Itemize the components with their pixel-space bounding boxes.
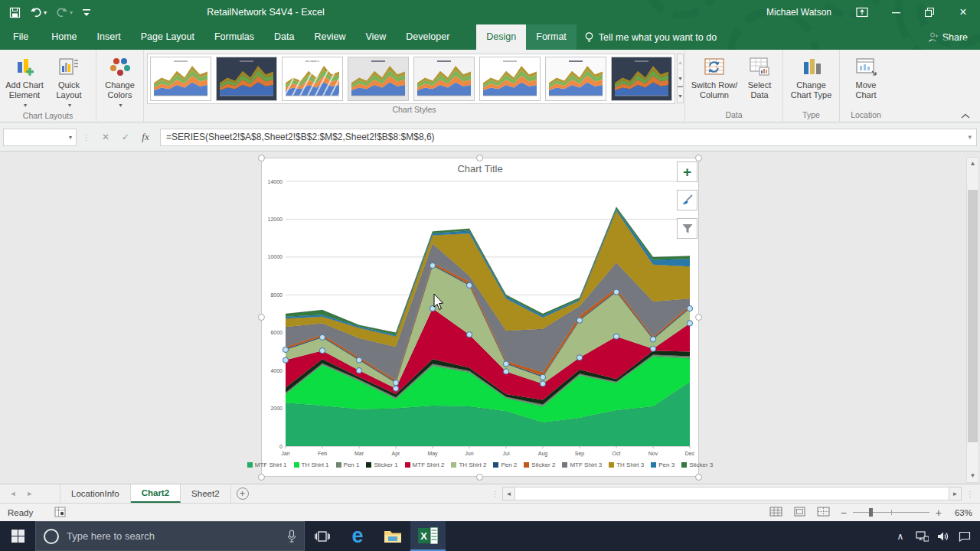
data-point-handle[interactable] — [540, 381, 545, 386]
tell-me-box[interactable]: Tell me what you want to do — [584, 24, 717, 50]
enter-button[interactable]: ✓ — [116, 132, 136, 142]
data-point-handle[interactable] — [356, 357, 361, 363]
selection-handle[interactable] — [476, 474, 483, 481]
chart-style-thumbnail-7[interactable] — [545, 57, 606, 101]
cancel-button[interactable]: ✕ — [96, 132, 116, 142]
change-chart-type-button[interactable]: Change Chart Type — [786, 53, 837, 100]
name-box[interactable]: ▾ — [3, 129, 77, 146]
scroll-up-icon[interactable]: ▲ — [967, 158, 978, 170]
ribbon-tab-home[interactable]: Home — [41, 24, 87, 50]
chart-style-thumbnail-5[interactable] — [413, 57, 475, 101]
share-button[interactable]: Share — [927, 24, 968, 50]
legend-item-pen-2[interactable]: Pen 2 — [493, 461, 517, 468]
move-chart-button[interactable]: Move Chart — [844, 53, 887, 100]
minimize-button[interactable] — [879, 0, 913, 24]
data-point-handle[interactable] — [503, 361, 508, 367]
legend-item-pen-1[interactable]: Pen 1 — [336, 461, 360, 468]
zoom-in-button[interactable]: + — [936, 507, 942, 519]
data-point-handle[interactable] — [356, 368, 361, 373]
data-point-handle[interactable] — [577, 318, 582, 323]
ribbon-tab-data[interactable]: Data — [264, 24, 304, 50]
chart-elements-button[interactable]: + — [677, 161, 697, 182]
network-icon[interactable] — [911, 521, 933, 551]
zoom-slider-thumb[interactable] — [869, 508, 873, 517]
zoom-out-button[interactable]: − — [841, 507, 847, 519]
formula-input[interactable]: =SERIES(Sheet2!$A$8,Sheet2!$B$2:$M$2,She… — [160, 129, 977, 146]
ribbon-tab-design[interactable]: Design — [476, 24, 526, 50]
scroll-right-icon[interactable]: ► — [949, 491, 961, 497]
undo-button[interactable]: ▾ — [27, 3, 50, 21]
edge-browser-button[interactable]: e — [340, 521, 375, 551]
data-point-handle[interactable] — [393, 380, 398, 386]
sheet-tab-locationinfo[interactable]: LocationInfo — [60, 484, 131, 503]
save-button[interactable] — [6, 3, 24, 21]
scrollbar-track[interactable] — [514, 487, 949, 500]
tab-splitter-handle[interactable]: ⋮ — [492, 484, 499, 503]
customize-quick-access-button[interactable] — [79, 3, 94, 21]
taskbar-search-box[interactable] — [35, 521, 305, 551]
legend-item-sticker-3[interactable]: Sticker 3 — [681, 461, 713, 468]
close-button[interactable]: × — [946, 0, 980, 24]
expand-formula-bar-icon[interactable]: ▾ — [968, 133, 976, 141]
data-point-handle[interactable] — [466, 282, 472, 288]
normal-view-button[interactable] — [769, 507, 782, 518]
add-chart-element-button[interactable]: Add Chart Element ▾ — [2, 53, 47, 110]
chart-legend[interactable]: MTF Shirt 1TH Shirt 1Pen 1Sticker 1MTF S… — [262, 461, 698, 468]
ribbon-display-options-button[interactable] — [845, 0, 879, 24]
chart-style-thumbnail-1[interactable] — [150, 57, 211, 101]
chart-object[interactable]: Chart Title 0200040006000800010000120001… — [261, 158, 699, 477]
redo-button[interactable]: ▾ — [53, 3, 76, 21]
legend-item-pen-3[interactable]: Pen 3 — [651, 461, 675, 468]
selection-handle[interactable] — [476, 155, 483, 161]
chart-title[interactable]: Chart Title — [262, 163, 698, 174]
sheet-nav-left-icon[interactable]: ◄ — [5, 484, 21, 503]
scroll-down-icon[interactable]: ▼ — [967, 470, 978, 482]
zoom-slider[interactable] — [853, 512, 929, 513]
scroll-left-icon[interactable]: ◄ — [503, 491, 514, 497]
page-break-preview-button[interactable] — [817, 507, 830, 518]
ribbon-tab-format[interactable]: Format — [526, 24, 577, 50]
gallery-scroll-up-button[interactable]: ▲ — [678, 54, 683, 70]
data-point-handle[interactable] — [430, 262, 435, 268]
restore-button[interactable] — [913, 0, 946, 24]
sheet-nav-right-icon[interactable]: ► — [21, 484, 38, 503]
data-point-handle[interactable] — [613, 334, 619, 339]
sheet-tab-chart2[interactable]: Chart2 — [131, 484, 181, 503]
data-point-handle[interactable] — [319, 334, 325, 340]
ribbon-tab-formulas[interactable]: Formulas — [204, 24, 264, 50]
legend-item-sticker-1[interactable]: Sticker 1 — [366, 461, 397, 468]
new-sheet-button[interactable]: + — [231, 484, 254, 503]
data-point-handle[interactable] — [393, 386, 398, 391]
data-point-handle[interactable] — [283, 357, 288, 363]
ribbon-tab-page-layout[interactable]: Page Layout — [131, 24, 204, 50]
selection-handle[interactable] — [695, 155, 702, 161]
user-name[interactable]: Michael Watson — [766, 7, 831, 18]
selection-handle[interactable] — [258, 314, 265, 321]
ribbon-tab-insert[interactable]: Insert — [87, 24, 131, 50]
name-box-input[interactable] — [4, 132, 67, 142]
chart-styles-button[interactable] — [677, 190, 697, 210]
legend-item-sticker-2[interactable]: Sticker 2 — [524, 461, 555, 468]
ribbon-tab-developer[interactable]: Developer — [396, 24, 459, 50]
data-point-handle[interactable] — [503, 369, 508, 374]
legend-item-th-shirt-2[interactable]: TH Shirt 2 — [451, 461, 486, 468]
data-point-handle[interactable] — [613, 289, 619, 295]
ribbon-tab-view[interactable]: View — [355, 24, 396, 50]
data-point-handle[interactable] — [540, 374, 545, 380]
data-point-handle[interactable] — [283, 347, 288, 352]
name-box-dropdown-icon[interactable]: ▾ — [69, 134, 72, 141]
microphone-icon[interactable] — [287, 530, 296, 543]
sheet-tab-sheet2[interactable]: Sheet2 — [181, 484, 230, 503]
legend-item-mtf-shirt-1[interactable]: MTF Shirt 1 — [247, 461, 287, 468]
data-point-handle[interactable] — [650, 346, 655, 351]
zoom-percentage[interactable]: 63% — [948, 508, 972, 517]
stacked-area-chart[interactable]: 02000400060008000100001200014000JanFebMa… — [262, 177, 700, 460]
legend-item-mtf-shirt-3[interactable]: MTF Shirt 3 — [562, 461, 602, 468]
page-layout-view-button[interactable] — [793, 507, 806, 518]
ribbon-tab-review[interactable]: Review — [304, 24, 355, 50]
vertical-scrollbar[interactable]: ▲ ▼ — [966, 157, 979, 483]
selection-handle[interactable] — [695, 474, 702, 481]
insert-function-button[interactable]: fx — [136, 131, 155, 143]
selection-handle[interactable] — [695, 314, 702, 321]
change-colors-button[interactable]: Change Colors ▾ — [99, 53, 141, 110]
